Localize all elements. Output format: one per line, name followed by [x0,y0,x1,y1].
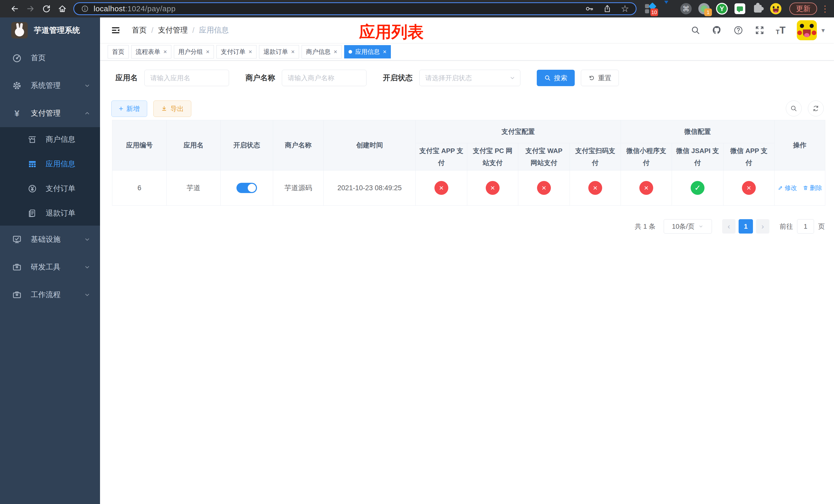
close-icon[interactable]: × [206,49,210,55]
close-icon[interactable]: × [383,49,387,55]
sidebar-logo[interactable]: 芋道管理系统 [0,18,100,43]
gear-icon [11,81,23,91]
app-name-input[interactable] [145,70,229,86]
sidebar-item-dev-tools[interactable]: 研发工具 [0,253,100,281]
sidebar-item-home[interactable]: 首页 [0,44,100,72]
close-icon[interactable]: × [334,49,337,55]
col-merchant: 商户名称 [273,120,324,170]
col-wechat-app: 微信 APP 支付 [723,143,774,170]
site-info-icon[interactable] [81,5,89,13]
tab-label: 首页 [112,48,124,56]
chrome-update-button[interactable]: 更新 [789,3,817,15]
sidebar-item-merchant-info[interactable]: 商户信息 [0,127,100,152]
reset-button[interactable]: 重置 [581,70,619,86]
tab-merchant-info[interactable]: 商户信息 × [302,45,342,59]
sidebar-item-payment[interactable]: ¥ 支付管理 [0,99,100,127]
search-icon [544,75,551,81]
tab-app-info[interactable]: 应用信息 × [344,45,391,59]
bookmark-star-icon[interactable]: ☆ [621,4,629,13]
sidebar-item-label: 商户信息 [46,134,75,144]
col-actions: 操作 [774,120,825,170]
header-search-icon[interactable] [690,25,700,35]
sidebar-item-app-info[interactable]: 应用信息 [0,152,100,176]
close-icon[interactable]: × [163,49,167,55]
cell-alipay-app: × [416,170,467,206]
close-icon[interactable]: × [248,49,252,55]
profile-emoji-icon[interactable] [770,3,782,15]
page-number-active[interactable]: 1 [739,219,753,233]
tags-bar: 首页 流程表单 × 用户分组 × 支付订单 × 退款订单 × 商户信息 × [100,43,834,61]
status-icon: ✓ [690,181,704,195]
col-app-name: 应用名 [167,120,221,170]
extension-command-icon[interactable]: ⌘ [680,3,692,15]
edit-link[interactable]: 修改 [777,184,797,192]
sidebar-collapse-icon[interactable] [110,25,121,36]
sidebar-item-label: 应用信息 [46,159,75,169]
breadcrumb-payment[interactable]: 支付管理 [158,25,188,36]
sidebar-item-infrastructure[interactable]: 基础设施 [0,226,100,253]
cell-wechat-mini: × [621,170,672,206]
export-button[interactable]: 导出 [153,100,191,117]
toggle-search-button[interactable] [786,100,802,116]
sidebar-item-refund-order[interactable]: 退款订单 [0,201,100,226]
extension-y-icon[interactable]: Y [716,3,728,15]
extension-blocks-icon[interactable]: 10 [644,3,656,15]
add-button[interactable]: + 新增 [111,100,147,117]
goto-page-input[interactable] [797,219,814,233]
help-icon[interactable] [733,25,744,36]
password-key-icon[interactable] [585,4,594,13]
next-page-button[interactable]: › [756,219,769,233]
cell-status [221,170,273,206]
extension-recorder-icon[interactable]: 1 [698,3,710,15]
page: localhost:1024/pay/app ☆ 10 ⌘ 1 [0,0,834,504]
tab-label: 退款订单 [263,48,288,56]
breadcrumb-home[interactable]: 首页 [132,25,147,36]
tab-refund-order[interactable]: 退款订单 × [259,45,299,59]
prev-page-button[interactable]: ‹ [722,219,736,233]
cell-alipay-pc: × [467,170,518,206]
document-icon [27,208,38,218]
delete-link[interactable]: 删除 [803,184,822,192]
refresh-table-button[interactable] [808,100,824,116]
sidebar-item-system[interactable]: 系统管理 [0,72,100,99]
extensions-puzzle-icon[interactable] [752,3,764,15]
browser-reload-button[interactable] [39,1,54,17]
close-icon[interactable]: × [291,49,295,55]
sidebar-item-label: 支付订单 [46,184,75,194]
merchant-name-input[interactable] [282,70,367,86]
status-label: 开启状态 [383,73,413,83]
sidebar-item-label: 系统管理 [31,81,61,91]
status-icon: × [537,181,551,195]
browser-menu-icon[interactable]: ⋮ [821,4,829,13]
tab-process-form[interactable]: 流程表单 × [131,45,171,59]
browser-chrome: localhost:1024/pay/app ☆ 10 ⌘ 1 [0,0,834,18]
avatar-caret-icon[interactable]: ▾ [821,26,825,35]
sidebar-item-workflow[interactable]: 工作流程 [0,281,100,308]
extension-balloon-icon[interactable] [662,3,674,15]
browser-home-button[interactable] [54,1,70,17]
browser-back-button[interactable] [7,1,23,17]
user-avatar[interactable] [797,20,817,40]
url-bar[interactable]: localhost:1024/pay/app ☆ [73,2,637,15]
tab-label: 用户分组 [178,48,203,56]
extension-chat-icon[interactable] [734,3,746,15]
page-size-select[interactable]: 10条/页 [664,219,712,233]
tab-home[interactable]: 首页 [108,45,129,59]
tab-pay-order[interactable]: 支付订单 × [216,45,257,59]
tab-label: 流程表单 [136,48,160,56]
chevron-down-icon [84,236,91,243]
sidebar-item-pay-order[interactable]: 支付订单 [0,176,100,201]
status-icon: × [435,181,448,195]
github-icon[interactable] [712,25,722,36]
share-icon[interactable] [603,4,612,13]
main-area: 首页 / 支付管理 / 应用信息 应用列表 [100,18,834,504]
col-status: 开启状态 [221,120,273,170]
font-size-icon[interactable]: TT [776,25,786,35]
search-button[interactable]: 搜索 [537,70,575,86]
status-select[interactable] [419,70,520,86]
fullscreen-icon[interactable] [755,25,765,35]
reload-icon [42,4,51,13]
browser-forward-button[interactable] [23,1,39,17]
enabled-toggle[interactable] [237,183,257,193]
tab-user-group[interactable]: 用户分组 × [174,45,214,59]
